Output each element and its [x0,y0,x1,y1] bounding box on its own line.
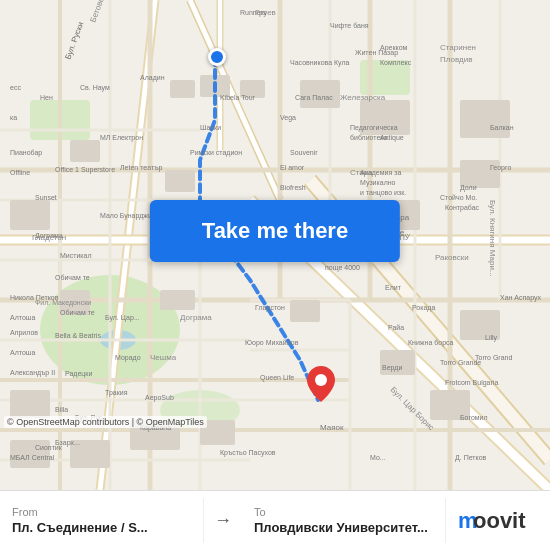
svg-text:Vega: Vega [280,114,296,122]
origin-marker [208,48,226,66]
bottom-bar: From Пл. Съединение / S... → To Пловдивс… [0,490,550,550]
svg-text:есс: есс [10,84,21,91]
moovit-logo: m oovit [446,506,550,536]
origin-route-label: From [12,506,191,518]
svg-text:Д. Петков: Д. Петков [455,454,487,462]
svg-text:Дограма: Дограма [35,232,63,240]
svg-text:Старинен: Старинен [440,43,476,52]
svg-text:МЛ Електрон: МЛ Електрон [100,134,143,142]
svg-text:Пловдив: Пловдив [440,55,473,64]
svg-point-161 [315,374,327,386]
svg-text:Bella & Beatris: Bella & Beatris [55,332,101,339]
svg-text:Морадо: Морадо [115,354,141,362]
svg-text:Балкан: Балкан [490,124,514,131]
svg-text:Обичам те: Обичам те [60,309,95,316]
svg-text:Часовникова Кула: Часовникова Кула [290,59,350,67]
origin-route-name: Пл. Съединение / S... [12,520,191,535]
svg-text:АероSub: АероSub [145,394,174,402]
svg-text:Office 1 Superstore: Office 1 Superstore [55,166,115,174]
svg-text:oovit: oovit [473,508,526,533]
route-arrow-icon: → [204,510,242,531]
svg-text:Св. Наум: Св. Наум [80,84,110,92]
svg-text:Мистикал: Мистикал [60,252,92,259]
svg-text:Lilly: Lilly [485,334,498,342]
svg-text:Frotcom Bulgaria: Frotcom Bulgaria [445,379,498,387]
svg-text:Верди: Верди [382,364,402,372]
svg-text:Юоро Михайлов: Юоро Михайлов [245,339,299,347]
svg-text:Чифте баня: Чифте баня [330,22,369,30]
svg-text:Мо...: Мо... [370,454,386,461]
svg-rect-52 [290,300,320,322]
svg-text:Римски стадион: Римски стадион [190,149,242,157]
svg-text:Алтоша: Алтоша [10,349,35,356]
svg-text:Доли: Доли [460,184,477,192]
svg-text:Комплекс: Комплекс [380,59,412,66]
svg-text:Райа: Райа [388,324,404,331]
svg-text:и танцово изк.: и танцово изк. [360,189,406,197]
destination-marker [307,366,335,406]
svg-text:Sunset: Sunset [35,194,57,201]
svg-text:Тракия: Тракия [105,389,128,397]
svg-rect-45 [70,140,100,162]
svg-text:Torro Grand: Torro Grand [475,354,512,361]
svg-text:Souvenir: Souvenir [290,149,318,156]
origin-route-item[interactable]: From Пл. Съединение / S... [0,498,204,543]
svg-text:Гладстон: Гладстон [255,304,285,312]
svg-text:Александър II: Александър II [10,369,55,377]
svg-text:Книжна борса: Книжна борса [408,339,454,347]
svg-text:Бул. Цар...: Бул. Цар... [105,314,140,322]
svg-text:Педагогическа: Педагогическа [350,124,398,132]
svg-text:библиотека: библиотека [350,134,388,141]
svg-text:Сиоптик: Сиоптик [35,444,63,451]
svg-text:Offline: Offline [10,169,30,176]
svg-text:Арекком: Арекком [380,44,408,52]
svg-text:Пианобар: Пианобар [10,149,42,157]
svg-text:Queen Life: Queen Life [260,374,294,382]
dest-route-name: Пловдивски Университет... [254,520,433,535]
svg-text:пощe 4000: пощe 4000 [325,264,360,272]
svg-text:Чешма: Чешма [150,353,177,362]
map-attribution: © OpenStreetMap contributors | © OpenMap… [4,416,207,428]
svg-text:МБАЛ Central: МБАЛ Central [10,454,55,461]
svg-text:Железарска: Железарска [340,93,386,102]
dest-route-label: To [254,506,433,518]
svg-text:Априлов: Априлов [10,329,38,337]
svg-text:Дограма: Дограма [180,313,212,322]
svg-text:Радецки: Радецки [65,370,92,378]
svg-rect-48 [160,290,195,310]
svg-rect-54 [460,100,510,138]
svg-text:Runners: Runners [240,9,267,16]
svg-text:Мало Бунарджик: Мало Бунарджик [100,212,156,220]
svg-text:Елит: Елит [385,284,402,291]
svg-text:Обичам те: Обичам те [55,274,90,281]
svg-text:Никола Петков: Никола Петков [10,294,59,301]
svg-text:Академия за: Академия за [360,169,401,177]
svg-text:Леten театър: Леten театър [120,164,163,172]
svg-text:Музикално: Музикално [360,179,396,187]
svg-text:Рокада: Рокада [412,304,435,312]
svg-text:Богомил: Богомил [460,414,488,421]
svg-text:Billa: Billa [55,406,68,413]
svg-text:Алтоша: Алтоша [10,314,35,321]
take-me-there-button[interactable]: Take me there [150,200,400,262]
svg-text:Георгo: Георгo [490,164,512,172]
app: Бул. Руски Гладстон Фил. Македонски Бул.… [0,0,550,550]
svg-text:Стойчо Мо.: Стойчо Мо. [440,194,477,201]
svg-rect-42 [170,80,195,98]
svg-rect-57 [380,350,415,375]
svg-text:Аладин: Аладин [140,74,165,82]
svg-rect-46 [10,200,50,230]
svg-text:Сага Палас: Сага Палас [295,94,333,101]
svg-text:Хан Аспарух: Хан Аспарух [500,294,542,302]
svg-text:Kibela Tour: Kibela Tour [220,94,256,101]
svg-text:El amor: El amor [280,164,305,171]
svg-text:Кръстьо Пасухов: Кръстьо Пасухов [220,449,276,457]
svg-text:Контрабас: Контрабас [445,204,480,212]
svg-text:Нен: Нен [40,94,53,101]
map-container: Бул. Руски Гладстон Фил. Македонски Бул.… [0,0,550,490]
svg-text:Бул. Княгиня Мари...: Бул. Княгиня Мари... [488,200,497,277]
svg-text:Biofresh: Biofresh [280,184,306,191]
svg-text:ка: ка [10,114,17,121]
svg-rect-49 [165,170,195,192]
dest-route-item[interactable]: To Пловдивски Университет... [242,498,446,543]
